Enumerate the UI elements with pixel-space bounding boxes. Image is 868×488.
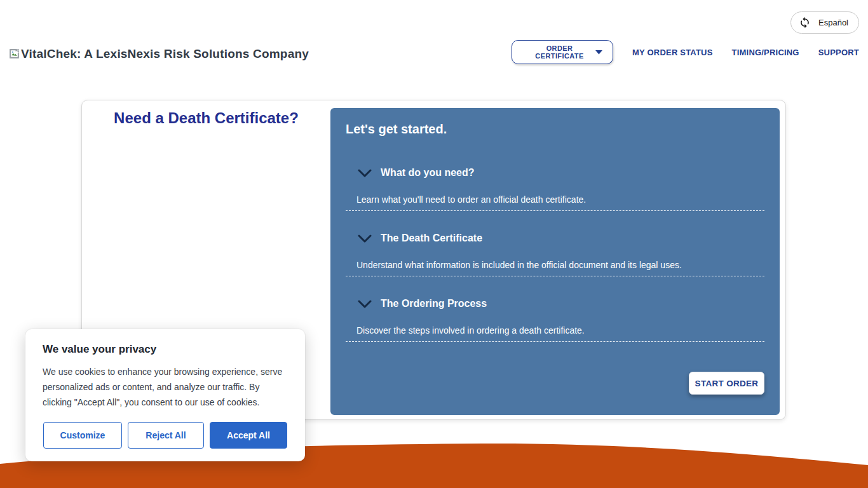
broken-image-icon [9, 48, 20, 62]
accordion-description: Understand what information is included … [356, 260, 764, 273]
main-nav: ORDER CERTIFICATE MY ORDER STATUS TIMING… [512, 39, 859, 65]
site-logo[interactable]: VitalChek: A LexisNexis Risk Solutions C… [9, 47, 309, 62]
accept-all-button[interactable]: Accept All [210, 422, 287, 449]
chevron-down-icon [358, 169, 372, 177]
accordion-section-ordering-process: The Ordering Process Discover the steps … [346, 297, 764, 342]
reject-all-button[interactable]: Reject All [128, 422, 204, 449]
accordion-title: The Ordering Process [381, 298, 487, 309]
accordion-title: The Death Certificate [381, 233, 482, 244]
chevron-down-icon [358, 234, 372, 243]
cookie-consent-dialog: We value your privacy We use cookies to … [25, 329, 305, 461]
nav-timing-pricing[interactable]: TIMING/PRICING [732, 48, 799, 57]
page-title: Need a Death Certificate? [82, 109, 330, 127]
accordion-section-death-certificate: The Death Certificate Understand what in… [346, 231, 764, 276]
language-toggle-button[interactable]: Español [790, 11, 859, 34]
accordion-toggle-ordering-process[interactable]: The Ordering Process [346, 297, 764, 311]
refresh-icon [799, 17, 811, 29]
panel-title: Let's get started. [346, 122, 764, 140]
accordion-description: Learn what you'll need to order an offic… [356, 194, 764, 207]
customize-button[interactable]: Customize [43, 422, 122, 449]
accordion-toggle-death-certificate[interactable]: The Death Certificate [346, 231, 764, 245]
get-started-panel: Let's get started. What do you need? Lea… [330, 108, 780, 415]
cookie-title: We value your privacy [43, 343, 287, 356]
chevron-down-icon [358, 300, 372, 308]
language-label: Español [818, 18, 848, 27]
order-certificate-label: ORDER CERTIFICATE [524, 44, 595, 60]
caret-down-icon [595, 50, 602, 55]
accordion-section-what-you-need: What do you need? Learn what you'll need… [346, 166, 764, 211]
logo-alt-text: VitalChek: A LexisNexis Risk Solutions C… [21, 47, 309, 61]
nav-my-order-status[interactable]: MY ORDER STATUS [632, 48, 713, 57]
accordion-toggle-what-you-need[interactable]: What do you need? [346, 166, 764, 180]
nav-support[interactable]: SUPPORT [818, 48, 859, 57]
cookie-buttons-row: Customize Reject All Accept All [43, 422, 287, 449]
order-certificate-dropdown[interactable]: ORDER CERTIFICATE [512, 40, 613, 64]
start-order-button[interactable]: START ORDER [689, 372, 764, 395]
accordion-title: What do you need? [381, 167, 475, 179]
accordion-description: Discover the steps involved in ordering … [356, 325, 764, 338]
cookie-message: We use cookies to enhance your browsing … [43, 364, 288, 410]
